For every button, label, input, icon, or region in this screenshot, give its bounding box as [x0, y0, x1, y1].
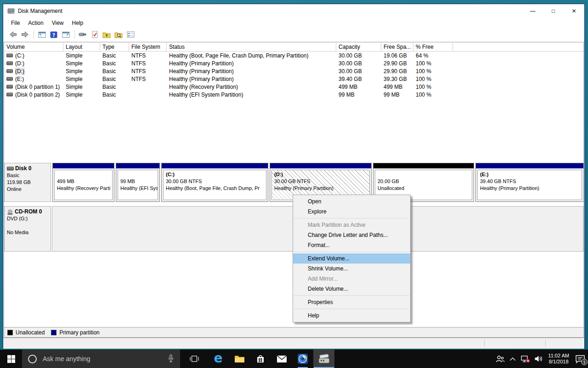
taskbar-disk-tool-button[interactable] — [292, 350, 313, 368]
people-icon[interactable] — [494, 350, 505, 368]
task-view-button[interactable] — [184, 350, 205, 368]
volume-speaker-icon[interactable] — [533, 350, 544, 368]
menu-item-extend-volume[interactable]: Extend Volume... — [293, 253, 410, 264]
tray-expand-chevron-icon[interactable] — [507, 350, 518, 368]
column-header-free-space[interactable]: Free Spa... — [381, 43, 413, 51]
file-explorer-icon — [234, 355, 245, 363]
volume-free-space: 99 MB — [381, 92, 413, 98]
taskbar-file-explorer-button[interactable] — [229, 350, 250, 368]
volume-pct-free: 100 % — [413, 84, 453, 90]
column-header-layout[interactable]: Layout — [63, 43, 100, 51]
checklist-icon[interactable] — [125, 29, 136, 40]
cdrom-status: No Media — [7, 229, 48, 236]
volume-file-system: NTFS — [129, 76, 167, 82]
minimize-button[interactable]: — — [522, 4, 543, 18]
volume-capacity: 499 MB — [336, 84, 381, 90]
toolbar-separator — [74, 30, 75, 39]
network-disconnected-icon[interactable] — [520, 350, 531, 368]
menu-action[interactable]: Action — [24, 19, 47, 27]
volume-row[interactable]: (Disk 0 partition 2) Simple Basic Health… — [4, 91, 583, 98]
legend-unallocated: Unallocated — [7, 329, 45, 336]
partition-efi[interactable]: 99 MB Healthy (EFI Syst — [116, 163, 160, 202]
context-menu: Open Explore Mark Partition as Active Ch… — [293, 195, 411, 322]
cdrom-media: DVD (G:) — [7, 215, 48, 222]
microphone-icon[interactable] — [168, 354, 174, 363]
volume-row[interactable]: (E:) Simple Basic NTFS Healthy (Primary … — [4, 75, 583, 83]
search-box[interactable]: Ask me anything — [22, 350, 180, 368]
volume-row[interactable]: (D:) Simple Basic NTFS Healthy (Primary … — [4, 59, 583, 67]
close-button[interactable]: ✕ — [564, 4, 584, 18]
toolbar-separator — [34, 30, 34, 39]
show-console-tree-icon[interactable] — [36, 29, 47, 40]
volume-capacity: 99 MB — [336, 92, 381, 98]
volume-status: Healthy (Primary Partition) — [167, 60, 336, 67]
column-header-file-system[interactable]: File System — [129, 43, 167, 51]
volume-row-selected[interactable]: (D:) Simple Basic NTFS Healthy (Primary … — [4, 67, 583, 75]
volume-layout: Simple — [63, 52, 100, 59]
folder-search-icon[interactable] — [113, 29, 124, 40]
menu-separator — [294, 295, 409, 296]
menu-item-explore[interactable]: Explore — [293, 207, 410, 217]
cdrom-label-panel[interactable]: CD-ROM 0 DVD (G:) No Media — [4, 206, 51, 252]
menu-help[interactable]: Help — [68, 19, 88, 27]
menu-item-help[interactable]: Help — [293, 310, 410, 321]
menu-item-format[interactable]: Format... — [293, 240, 410, 250]
check-disk-icon[interactable] — [89, 29, 100, 40]
volume-free-space: 499 MB — [381, 84, 413, 90]
volume-file-system: NTFS — [129, 60, 167, 67]
taskbar-disk-management-button[interactable] — [313, 350, 334, 368]
menu-item-delete-volume[interactable]: Delete Volume... — [293, 284, 410, 294]
menu-item-properties[interactable]: Properties — [293, 297, 410, 307]
partition-bar — [116, 163, 159, 168]
partition-e[interactable]: (E:) 39.40 GB NTFS Healthy (Primary Part… — [475, 163, 584, 202]
volume-row[interactable]: (C:) Simple Basic NTFS Healthy (Boot, Pa… — [4, 52, 583, 59]
menu-item-open[interactable]: Open — [293, 196, 410, 207]
cdrom-icon — [7, 209, 13, 215]
action-center-button[interactable]: 1 — [572, 350, 588, 368]
taskbar-edge-button[interactable]: e — [208, 350, 229, 368]
maximize-button[interactable]: □ — [543, 4, 564, 18]
column-header-status[interactable]: Status — [167, 43, 336, 51]
volume-status: Healthy (Primary Partition) — [167, 76, 336, 82]
back-icon[interactable] — [7, 29, 18, 40]
volume-icon — [6, 92, 13, 97]
column-header-capacity[interactable]: Capacity — [336, 43, 381, 51]
help-icon[interactable]: ? — [48, 29, 59, 40]
forward-icon[interactable] — [19, 29, 30, 40]
volume-capacity: 30.00 GB — [336, 60, 381, 67]
partition-bar — [270, 163, 371, 168]
show-action-pane-icon[interactable] — [60, 29, 71, 40]
store-icon — [256, 354, 265, 363]
partition-c[interactable]: (C:) 30.00 GB NTFS Healthy (Boot, Page F… — [161, 163, 268, 202]
status-bar — [3, 338, 584, 349]
volume-row[interactable]: (Disk 0 partition 1) Simple Basic Health… — [4, 83, 583, 91]
menu-item-shrink-volume[interactable]: Shrink Volume... — [293, 264, 410, 274]
taskbar-store-button[interactable] — [250, 350, 271, 368]
start-button[interactable] — [0, 350, 22, 368]
taskbar-clock[interactable]: 11:02 AM 8/1/2018 — [548, 353, 569, 365]
device-view-icon[interactable] — [77, 29, 88, 40]
column-header-type[interactable]: Type — [100, 43, 129, 51]
volume-free-space: 39.30 GB — [381, 76, 413, 82]
menu-item-change-drive-letter[interactable]: Change Drive Letter and Paths... — [293, 230, 410, 240]
partition-bar — [476, 163, 583, 168]
titlebar[interactable]: Disk Management — □ ✕ — [3, 4, 584, 18]
volume-icon — [6, 85, 13, 89]
volume-layout: Simple — [63, 76, 100, 82]
menu-view[interactable]: View — [48, 19, 68, 27]
column-header-volume[interactable]: Volume — [4, 43, 63, 51]
partition-bar — [373, 163, 474, 168]
partition-size: 30.00 GB NTFS — [166, 178, 264, 185]
volume-layout: Simple — [63, 92, 100, 98]
partition-recovery[interactable]: 499 MB Healthy (Recovery Parti — [52, 163, 114, 202]
folder-up-icon[interactable] — [101, 29, 112, 40]
clock-date: 8/1/2018 — [548, 359, 569, 365]
legend-primary-partition: Primary partition — [51, 329, 99, 336]
menu-file[interactable]: File — [7, 19, 24, 27]
disk0-label-panel[interactable]: Disk 0 Basic 119.98 GB Online — [4, 163, 51, 202]
volume-pct-free: 100 % — [413, 60, 453, 67]
column-header-pct-free[interactable]: % Free — [413, 43, 453, 51]
partition-size: 499 MB — [57, 178, 110, 185]
taskbar-mail-button[interactable] — [271, 350, 292, 368]
volume-free-space: 29.90 GB — [381, 68, 413, 75]
